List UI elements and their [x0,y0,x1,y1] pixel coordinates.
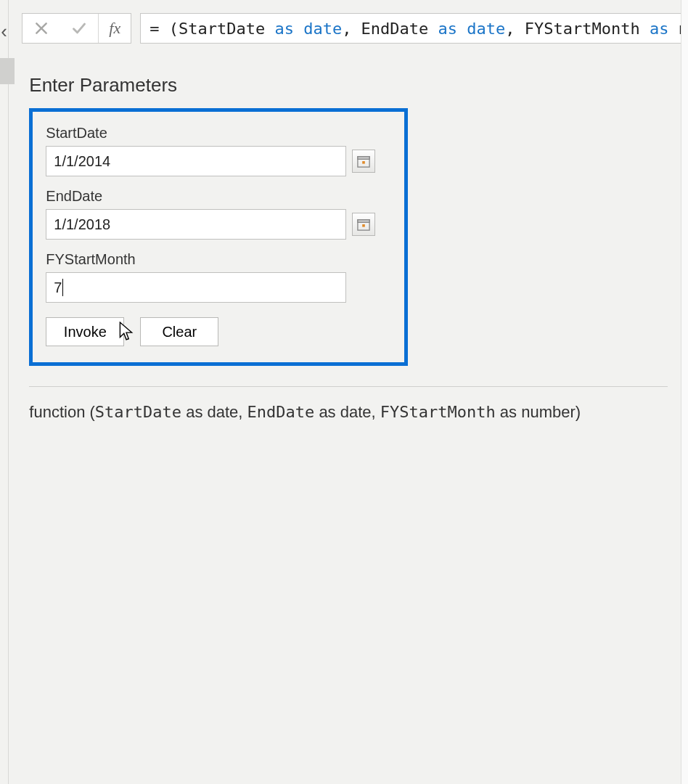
main-pane: fx = (StartDate as date, EndDate as date… [9,0,688,784]
cancel-formula-button[interactable] [22,14,60,43]
check-icon [72,21,86,36]
startdate-datepicker-button[interactable] [352,150,375,173]
param-startdate: StartDate [46,125,385,176]
fx-icon[interactable]: fx [98,14,131,43]
svg-rect-4 [358,220,369,223]
enddate-label: EndDate [46,188,385,205]
formula-bar: fx = (StartDate as date, EndDate as date… [9,0,688,52]
param-fystartmonth: FYStartMonth 7 [46,251,385,303]
query-panel-rail: ‹ [0,0,9,784]
svg-rect-1 [358,157,369,160]
calendar-icon [357,218,370,231]
startdate-label: StartDate [46,125,385,142]
svg-rect-5 [363,224,366,227]
startdate-input[interactable] [46,146,346,176]
x-icon [34,21,49,36]
button-row: Invoke Clear [46,317,385,346]
collapse-panel-chevron[interactable]: ‹ [1,22,7,41]
invoke-button[interactable]: Invoke [46,317,124,346]
parameters-highlight-box: StartDate EndDate [29,108,408,366]
commit-formula-button[interactable] [60,14,98,43]
right-scroll-edge [681,0,688,784]
calendar-icon [357,155,370,168]
formula-input[interactable]: = (StartDate as date, EndDate as date, F… [140,13,688,44]
fystartmonth-label: FYStartMonth [46,251,385,268]
function-signature: function (StartDate as date, EndDate as … [29,403,668,422]
clear-button[interactable]: Clear [140,317,218,346]
enddate-input[interactable] [46,209,346,240]
content-area: Enter Parameters StartDate EndDate [9,52,688,784]
text-caret [62,279,63,296]
enddate-datepicker-button[interactable] [352,213,375,236]
svg-rect-2 [363,161,366,164]
section-divider [29,386,668,387]
enter-parameters-heading: Enter Parameters [29,74,668,97]
fystartmonth-input[interactable]: 7 [46,272,346,303]
formula-toolbar: fx [22,13,131,44]
param-enddate: EndDate [46,188,385,240]
